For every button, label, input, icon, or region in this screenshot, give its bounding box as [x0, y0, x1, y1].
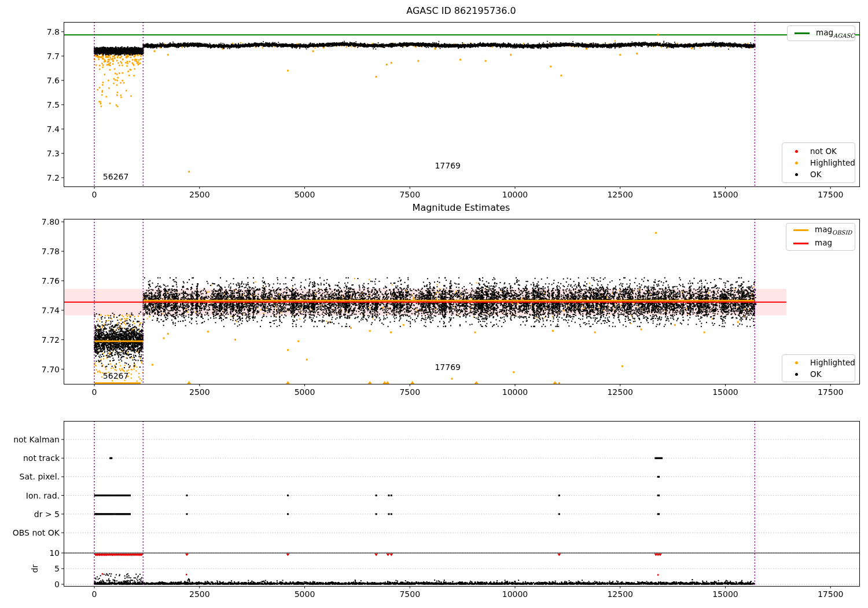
highlighted-dot-swatch [795, 162, 798, 164]
x-tick-label: 12500 [607, 190, 633, 199]
y-tick-label: 7.6 [47, 76, 60, 85]
x-tick-label: 2500 [189, 387, 210, 397]
not-ok-dot-swatch [795, 150, 798, 153]
x-tick-label: 10000 [502, 589, 528, 599]
flag-row-label: not Kalman [13, 435, 60, 444]
y-tick-label: 7.8 [47, 27, 60, 36]
x-tick-label: 12500 [607, 387, 633, 397]
flag-row-label: Ion. rad. [26, 491, 60, 500]
legend-mag-lines: magOBSID mag [786, 223, 855, 251]
x-tick-label: 10000 [502, 190, 528, 199]
legend-item-label: not OK [810, 146, 837, 156]
ok-dot-swatch [795, 173, 798, 176]
legend-item-label: Highlighted [810, 358, 855, 367]
y-tick-label: 7.4 [47, 124, 60, 134]
x-tick-label: 2500 [189, 190, 210, 199]
legend-item-highlighted: Highlighted [788, 158, 849, 167]
y-tick-label: 7.70 [42, 365, 60, 374]
legend-top-scatter: not OK Highlighted OK [782, 142, 855, 183]
x-tick-label: 5000 [295, 387, 315, 397]
y-tick-label: 7.7 [47, 52, 60, 61]
y-tick-label: 7.5 [47, 100, 60, 109]
figure-agasc-magnitude-stats: 0250050007500100001250015000175007.27.37… [0, 0, 868, 608]
y-tick-label: 7.3 [47, 149, 60, 158]
legend-item-ok: OK [788, 369, 849, 379]
flag-row-label: dr > 5 [34, 510, 60, 519]
count-annotation: 56267 [103, 371, 129, 380]
dr-tick-label: 10 [49, 548, 60, 558]
dr-axis-label: dr [30, 565, 39, 573]
x-tick-label: 17500 [818, 387, 844, 397]
count-annotation: 17769 [435, 161, 461, 170]
legend-item-mag-agasc: magAGASC [793, 28, 849, 39]
mag-line-swatch [793, 243, 808, 244]
dr-tick-label: 0 [54, 580, 60, 589]
count-annotation: 17769 [435, 362, 461, 372]
flag-row-label: Sat. pixel. [20, 472, 60, 481]
x-tick-label: 17500 [818, 190, 844, 199]
ok-dot-swatch [795, 373, 798, 376]
x-tick-label: 5000 [295, 190, 315, 199]
legend-item-mag: mag [792, 238, 849, 249]
legend-item-label: magAGASC [816, 28, 855, 39]
x-tick-label: 10000 [502, 387, 528, 397]
legend-item-label: Highlighted [810, 158, 855, 167]
x-tick-label: 5000 [295, 589, 315, 599]
count-annotation: 56267 [103, 172, 129, 181]
y-tick-label: 7.2 [47, 173, 60, 182]
legend-item-label: OK [810, 170, 821, 179]
dr-tick-label: 5 [54, 564, 60, 573]
y-tick-label: 7.74 [42, 306, 60, 315]
y-tick-label: 7.76 [42, 276, 60, 285]
x-tick-label: 7500 [399, 387, 420, 397]
x-tick-label: 15000 [712, 589, 738, 599]
legend-item-not-ok: not OK [788, 146, 849, 156]
x-tick-label: 15000 [712, 387, 738, 397]
x-tick-label: 15000 [712, 190, 738, 199]
legend-item-highlighted: Highlighted [788, 358, 849, 367]
x-tick-label: 7500 [399, 589, 420, 599]
x-tick-label: 0 [92, 387, 97, 397]
legend-item-label: OK [810, 369, 821, 379]
legend-mag-agasc: magAGASC [787, 25, 855, 41]
x-tick-label: 17500 [818, 589, 844, 599]
x-tick-label: 12500 [607, 589, 633, 599]
mag-agasc-line-swatch [795, 32, 810, 34]
flag-row-label: not track [23, 453, 60, 463]
legend-item-mag-obsid: magOBSID [792, 225, 849, 236]
plots-canvas [0, 0, 868, 608]
x-tick-label: 0 [92, 190, 97, 199]
x-tick-label: 7500 [399, 190, 420, 199]
y-tick-label: 7.80 [42, 217, 60, 226]
middle-plot-title: Magnitude Estimates [413, 202, 510, 213]
flag-row-label: OBS not OK [13, 528, 60, 537]
legend-item-label: magOBSID [815, 225, 852, 236]
legend-middle-scatter: Highlighted OK [782, 354, 855, 382]
top-plot-title: AGASC ID 862195736.0 [406, 5, 516, 16]
y-tick-label: 7.78 [42, 247, 60, 256]
legend-item-ok: OK [788, 170, 849, 179]
mag-obsid-line-swatch [793, 229, 808, 231]
x-tick-label: 2500 [189, 589, 210, 599]
y-tick-label: 7.72 [42, 335, 60, 345]
legend-item-label: mag [815, 238, 832, 249]
highlighted-dot-swatch [795, 361, 798, 364]
x-tick-label: 0 [92, 589, 97, 599]
